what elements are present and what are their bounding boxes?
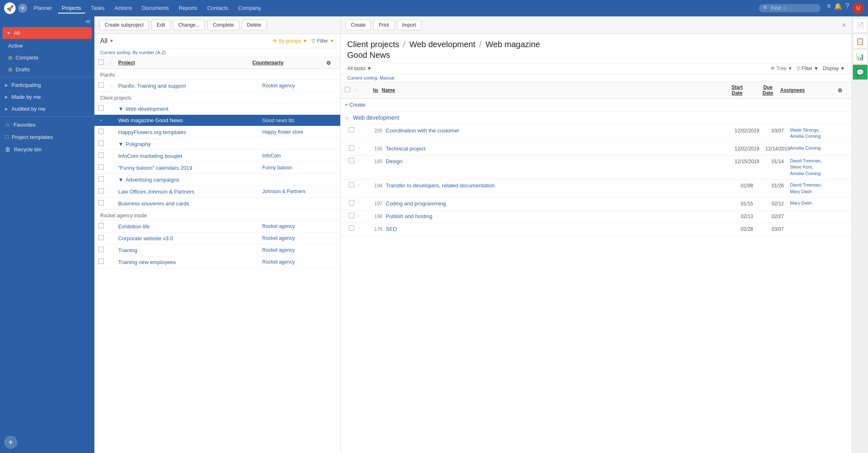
sidebar-item-audited-by-me[interactable]: ▶ Audited by me	[0, 103, 94, 115]
avatar[interactable]: U	[852, 2, 864, 14]
sidebar-add-button[interactable]: +	[4, 436, 17, 449]
search-box[interactable]: 🔍 Find ☆	[759, 4, 820, 12]
list-item[interactable]: Training Rocket agency	[94, 244, 340, 256]
row-checkbox[interactable]	[98, 164, 104, 170]
list-item[interactable]: ✓ Web magazine Good News Good news ltd.	[94, 115, 340, 126]
list-item[interactable]: Law Offices Johnson & Partners Johnson &…	[94, 186, 340, 198]
task-star-icon[interactable]: ☆	[357, 213, 362, 219]
list-item[interactable]: Training new employees Rocket agency	[94, 256, 340, 268]
list-item[interactable]: ☆ Planfix: Training and support Rocket a…	[94, 80, 340, 92]
delete-button[interactable]: Delete	[242, 20, 267, 30]
list-item[interactable]: Business souvenirs and cards	[94, 198, 340, 209]
task-star-icon[interactable]: ☆	[357, 182, 362, 188]
drag-handle-icon[interactable]: ⋮⋮	[345, 145, 348, 150]
row-checkbox[interactable]: ✓	[98, 118, 104, 123]
header-counterparty[interactable]: Counterparty	[252, 60, 326, 66]
task-name[interactable]: Technical project	[386, 145, 728, 153]
drag-handle-icon[interactable]: ⋮⋮	[345, 127, 348, 132]
sidebar-item-project-templates[interactable]: □ Project templates	[0, 131, 94, 143]
nav-projects[interactable]: Projects	[58, 3, 85, 14]
row-checkbox[interactable]	[98, 129, 104, 134]
task-header-no[interactable]: №	[361, 87, 382, 93]
task-name[interactable]: Coordination with the customer	[386, 127, 728, 134]
task-header-name[interactable]: Name	[382, 87, 719, 93]
right-sort-value[interactable]: Manual	[380, 75, 394, 80]
right-filter-button[interactable]: ▽ Filter ▼	[797, 66, 819, 71]
task-checkbox[interactable]	[349, 182, 354, 187]
list-item[interactable]: InfoCom marketing bouqlet InfoCom	[94, 150, 340, 162]
nav-company[interactable]: Company	[234, 3, 265, 14]
far-right-document-icon[interactable]: 📄	[853, 18, 868, 33]
sidebar-item-complete[interactable]: Complete	[0, 52, 94, 64]
sidebar-item-made-by-me[interactable]: ▶ Made by me	[0, 91, 94, 103]
nav-actions[interactable]: Actions	[110, 3, 136, 14]
task-checkbox[interactable]	[349, 225, 354, 231]
nav-reports[interactable]: Reports	[174, 3, 202, 14]
task-header-due[interactable]: DueDate	[756, 84, 780, 96]
create-subproject-button[interactable]: Create subproject	[99, 20, 149, 30]
task-checkbox[interactable]	[349, 213, 354, 218]
display-button[interactable]: Display ▼	[823, 66, 845, 71]
row-checkbox[interactable]	[98, 82, 104, 88]
task-header-assignees[interactable]: Assignees	[780, 87, 838, 93]
table-row[interactable]: ⋮⋮ ☆ 205 Coordination with the customer …	[341, 125, 852, 143]
drag-handle-icon[interactable]: ⋮⋮	[345, 225, 348, 230]
tree-button[interactable]: 👁 Tree ▼	[770, 66, 792, 71]
bell-icon[interactable]: 🔔	[834, 2, 842, 14]
sidebar-item-all[interactable]: ▼ All	[2, 27, 92, 39]
sidebar-item-participating[interactable]: ▶ Participating	[0, 79, 94, 91]
row-checkbox[interactable]	[98, 153, 104, 158]
list-item[interactable]: ▼ Advertising campaigns	[94, 174, 340, 186]
drag-handle-icon[interactable]: ⋮⋮	[345, 182, 348, 187]
row-checkbox[interactable]	[98, 105, 104, 111]
far-right-chart-icon[interactable]: 📊	[853, 49, 868, 64]
sidebar-item-recycle-bin[interactable]: 🗑 Recycle bin	[0, 143, 94, 155]
task-header-gear-icon[interactable]: ⚙	[838, 87, 847, 93]
drag-handle-icon[interactable]: ⋮⋮	[345, 158, 348, 162]
task-name[interactable]: Publish and hosting	[386, 213, 728, 220]
row-checkbox[interactable]	[98, 235, 104, 240]
task-name[interactable]: Design	[386, 158, 728, 165]
task-star-icon[interactable]: ☆	[357, 158, 362, 164]
list-item[interactable]: Corporate website v3.0 Rocket agency	[94, 232, 340, 244]
right-panel-close-button[interactable]: ✕	[842, 22, 847, 28]
task-checkbox[interactable]	[349, 158, 354, 163]
table-row[interactable]: ⋮⋮ ☆ 176 SEO 02/28 03/07	[341, 223, 852, 236]
change-button[interactable]: Change...	[173, 20, 205, 30]
task-checkbox[interactable]	[349, 145, 354, 150]
list-item[interactable]: ▼ Poligraphy	[94, 138, 340, 150]
task-name[interactable]: Transfer to developers, related document…	[386, 182, 728, 189]
row-checkbox[interactable]	[98, 223, 104, 228]
list-item[interactable]: Exhibition life Rocket agency	[94, 221, 340, 232]
select-all-checkbox[interactable]	[98, 59, 104, 65]
far-right-list-icon[interactable]: 📋	[853, 34, 868, 48]
task-checkbox[interactable]	[349, 127, 354, 132]
row-checkbox[interactable]	[98, 188, 104, 193]
list-item[interactable]: ▼ Web development	[94, 103, 340, 115]
import-button[interactable]: Import	[397, 20, 421, 30]
table-row[interactable]: ⋮⋮ ☆ 194 Transfer to developers, related…	[341, 180, 852, 198]
task-star-icon[interactable]: ☆	[357, 127, 362, 133]
task-select-all[interactable]	[345, 87, 350, 92]
filter-button[interactable]: ▽ Filter ▼	[311, 38, 334, 44]
by-groups-button[interactable]: 👁 By groups ▼	[273, 38, 308, 44]
drag-handle-icon[interactable]: ⋮⋮	[345, 200, 348, 205]
sidebar-item-drafts[interactable]: Drafts	[0, 64, 94, 75]
row-checkbox[interactable]	[98, 176, 104, 182]
nav-tasks[interactable]: Tasks	[87, 3, 109, 14]
edit-button[interactable]: Edit	[151, 20, 171, 30]
far-right-chat-icon[interactable]: 💬	[853, 65, 868, 80]
list-caret-icon[interactable]: ▼	[109, 38, 114, 44]
nav-documents[interactable]: Documents	[138, 3, 173, 14]
nav-planner[interactable]: Planner	[30, 3, 56, 14]
create-button[interactable]: Create	[346, 20, 371, 30]
task-checkbox[interactable]	[349, 200, 354, 205]
nav-contacts[interactable]: Contacts	[203, 3, 232, 14]
sidebar-collapse-button[interactable]: ≪	[85, 18, 91, 25]
row-checkbox[interactable]	[98, 200, 104, 205]
task-star-icon[interactable]: ☆	[357, 145, 362, 151]
sidebar-item-favorites[interactable]: ☆ Favorites	[0, 118, 94, 131]
create-task-button[interactable]: + Create	[345, 102, 365, 108]
row-checkbox[interactable]	[98, 259, 104, 264]
print-button[interactable]: Print	[373, 20, 394, 30]
